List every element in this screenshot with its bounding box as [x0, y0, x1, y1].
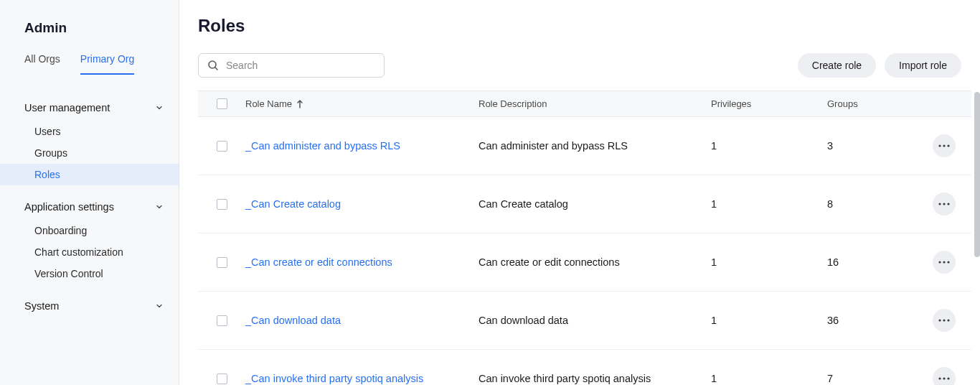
nav-section-system: System [0, 293, 179, 319]
role-name-link[interactable]: _Can Create catalog [245, 198, 341, 210]
role-description: Can invoke third party spotiq analysis [479, 373, 711, 384]
nav-section-label: User management [24, 102, 110, 113]
row-checkbox[interactable] [217, 315, 227, 326]
role-groups-count: 3 [827, 140, 928, 152]
row-checkbox[interactable] [217, 257, 227, 268]
svg-point-5 [938, 203, 941, 205]
import-role-button[interactable]: Import role [885, 53, 961, 78]
role-groups-count: 36 [827, 315, 928, 326]
role-name-link[interactable]: _Can create or edit connections [245, 256, 392, 268]
column-header-groups[interactable]: Groups [827, 98, 928, 109]
column-header-name[interactable]: Role Name [245, 98, 479, 109]
role-privileges-count: 1 [711, 140, 827, 152]
svg-point-16 [947, 377, 949, 379]
role-privileges-count: 1 [711, 373, 827, 384]
role-groups-count: 16 [827, 256, 928, 268]
role-name-link[interactable]: _Can administer and bypass RLS [245, 140, 400, 152]
sidebar-item-version-control[interactable]: Version Control [0, 263, 179, 284]
scrollbar[interactable] [974, 92, 980, 257]
more-horizontal-icon [938, 261, 950, 264]
role-description: Can administer and bypass RLS [479, 140, 711, 152]
sidebar-item-chart-customization[interactable]: Chart customization [0, 241, 179, 263]
more-actions-button[interactable] [933, 309, 956, 332]
tab-primary-org[interactable]: Primary Org [80, 49, 134, 75]
role-name-link[interactable]: _Can download data [245, 315, 341, 326]
more-horizontal-icon [938, 203, 950, 205]
org-tabs: All Orgs Primary Org [0, 49, 179, 75]
table-row: _Can Create catalogCan Create catalog18 [198, 175, 971, 233]
sidebar-title: Admin [0, 17, 179, 49]
search-input[interactable] [226, 60, 375, 71]
nav-section-label: System [24, 300, 59, 312]
table-row: _Can administer and bypass RLSCan admini… [198, 117, 971, 175]
more-actions-button[interactable] [933, 134, 956, 157]
sidebar-item-users[interactable]: Users [0, 121, 179, 142]
sidebar-item-onboarding[interactable]: Onboarding [0, 220, 179, 241]
nav-header-system[interactable]: System [0, 293, 179, 319]
svg-point-13 [947, 319, 949, 321]
role-description: Can download data [479, 315, 711, 326]
column-header-name-label: Role Name [245, 98, 292, 109]
more-horizontal-icon [938, 144, 950, 147]
more-horizontal-icon [938, 319, 950, 322]
table-row: _Can create or edit connectionsCan creat… [198, 233, 971, 292]
role-privileges-count: 1 [711, 256, 827, 268]
more-actions-button[interactable] [933, 192, 956, 215]
sidebar-item-groups[interactable]: Groups [0, 142, 179, 164]
svg-point-12 [943, 319, 945, 321]
row-checkbox[interactable] [217, 374, 227, 384]
toolbar-buttons: Create role Import role [798, 53, 961, 78]
role-privileges-count: 1 [711, 315, 827, 326]
nav-section-label: Application settings [24, 201, 114, 213]
select-all-checkbox[interactable] [217, 98, 227, 109]
chevron-down-icon [154, 202, 164, 212]
svg-point-2 [938, 144, 941, 147]
sort-ascending-icon [296, 100, 303, 108]
nav-header-user-management[interactable]: User management [0, 95, 179, 121]
svg-point-10 [947, 261, 949, 263]
main-content: Roles Create role Import role Role Name … [179, 0, 980, 385]
chevron-down-icon [154, 301, 164, 311]
svg-point-14 [938, 377, 941, 379]
row-checkbox[interactable] [217, 141, 227, 152]
nav-section-user-management: User management Users Groups Roles [0, 95, 179, 185]
column-header-description[interactable]: Role Description [479, 98, 711, 109]
more-actions-button[interactable] [933, 251, 956, 274]
svg-point-4 [947, 144, 949, 147]
toolbar: Create role Import role [198, 53, 971, 78]
nav-header-app-settings[interactable]: Application settings [0, 194, 179, 220]
svg-point-6 [943, 203, 945, 205]
chevron-down-icon [154, 103, 164, 113]
search-icon [207, 60, 219, 71]
roles-table: Role Name Role Description Privileges Gr… [198, 91, 971, 385]
svg-point-11 [938, 319, 941, 321]
more-horizontal-icon [938, 377, 950, 380]
nav-section-app-settings: Application settings Onboarding Chart cu… [0, 194, 179, 284]
create-role-button[interactable]: Create role [798, 53, 876, 78]
role-privileges-count: 1 [711, 198, 827, 210]
sidebar: Admin All Orgs Primary Org User manageme… [0, 0, 179, 385]
more-actions-button[interactable] [933, 367, 956, 385]
search-box[interactable] [198, 53, 385, 78]
table-body: _Can administer and bypass RLSCan admini… [198, 117, 971, 385]
role-groups-count: 8 [827, 198, 928, 210]
svg-point-8 [938, 261, 941, 263]
table-header-row: Role Name Role Description Privileges Gr… [198, 91, 971, 117]
svg-point-3 [943, 144, 945, 147]
svg-point-9 [943, 261, 945, 263]
svg-point-15 [943, 377, 945, 379]
role-groups-count: 7 [827, 373, 928, 384]
column-header-privileges[interactable]: Privileges [711, 98, 827, 109]
svg-line-1 [215, 68, 217, 70]
role-description: Can create or edit connections [479, 256, 711, 268]
sidebar-item-roles[interactable]: Roles [0, 164, 179, 185]
table-row: _Can invoke third party spotiq analysisC… [198, 350, 971, 385]
svg-point-7 [947, 203, 949, 205]
tab-all-orgs[interactable]: All Orgs [24, 49, 60, 75]
row-checkbox[interactable] [217, 199, 227, 210]
page-title: Roles [198, 16, 971, 36]
role-name-link[interactable]: _Can invoke third party spotiq analysis [245, 373, 423, 384]
table-row: _Can download dataCan download data136 [198, 292, 971, 350]
role-description: Can Create catalog [479, 198, 711, 210]
